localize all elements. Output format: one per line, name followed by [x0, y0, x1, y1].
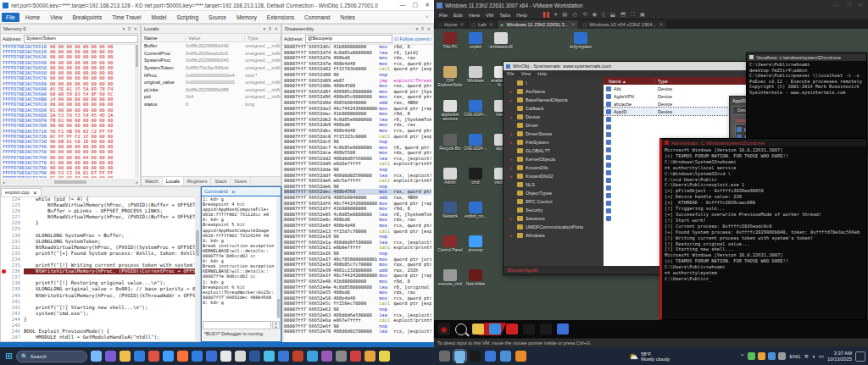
source-file-tab[interactable]: exploit.cpp ✕: [1, 188, 42, 196]
dock-tab[interactable]: Registers: [184, 177, 212, 185]
dock-tab[interactable]: Locals: [163, 177, 184, 185]
expand-arrow-icon[interactable]: ▸: [510, 131, 515, 136]
desktop-icon[interactable]: applocker services: [437, 100, 463, 134]
breakpoint-gutter[interactable]: [1, 286, 7, 292]
close-tab-icon[interactable]: ✕: [460, 22, 465, 27]
local-variable-row[interactable]: hProc 0x00000000000000e4 void *: [142, 71, 281, 79]
local-variable-row[interactable]: status 0 long: [142, 101, 281, 108]
winobj-menu-help[interactable]: Help: [537, 71, 547, 76]
menu-vm[interactable]: VM: [486, 12, 493, 18]
disasm-address-input[interactable]: @$scopeip: [305, 35, 392, 43]
winobj-menu-file[interactable]: File: [507, 71, 515, 76]
local-variable-row[interactable]: pLinks 0xffffc2029986b088 unsigned __int…: [142, 86, 281, 94]
desktop-icon-kcfg-bypass[interactable]: kcfg-bypass: [568, 32, 593, 49]
ribbon-tab[interactable]: Source: [204, 13, 231, 22]
weather-widget[interactable]: ⛅ 58°FMostly cloudy: [629, 351, 670, 362]
vm-tab[interactable]: ▢ Lab ✕: [468, 20, 496, 29]
desktop-icon[interactable]: Admin: [437, 168, 463, 202]
ribbon-tab[interactable]: Command: [300, 13, 334, 22]
memory-address-input[interactable]: SystemToken: [24, 35, 138, 43]
desktop-icon[interactable]: cmd: [463, 168, 488, 202]
winobj-tree-item[interactable]: ▸ \: [504, 79, 604, 87]
tray-icon[interactable]: [758, 352, 765, 360]
column-value[interactable]: Value: [186, 36, 245, 41]
vm-taskbar-icon[interactable]: [489, 324, 501, 335]
desktop-icon[interactable]: Recycle Bin: [437, 134, 463, 168]
minimize-button[interactable]: —: [833, 2, 839, 8]
source-code[interactable]: 224 while (pid != 4) { 225 NtReadVirtual…: [1, 196, 195, 341]
taskbar-app-icon[interactable]: [454, 351, 465, 362]
taskbar-app-icon[interactable]: [148, 351, 159, 362]
tray-icon[interactable]: [768, 352, 776, 360]
breakpoint-gutter[interactable]: [1, 305, 7, 311]
vm-tab[interactable]: ▢ Windows 10 x64 v23h2 1904... ✕: [579, 20, 666, 29]
breakpoint-gutter[interactable]: [1, 268, 7, 274]
breakpoint-gutter[interactable]: [1, 220, 7, 226]
taskbar-app-icon[interactable]: [177, 351, 188, 362]
tray-icon[interactable]: [778, 352, 786, 360]
taskbar-app-icon[interactable]: [307, 351, 318, 362]
breakpoint-gutter[interactable]: [1, 299, 7, 305]
dropdown-icon[interactable]: ▾: [264, 26, 266, 31]
column-name[interactable]: Name: [142, 36, 186, 41]
search-input[interactable]: 🔍 Search: [16, 351, 87, 362]
maximize-button[interactable]: ❐: [846, 2, 851, 8]
expand-arrow-icon[interactable]: ▸: [510, 114, 515, 119]
volume-icon[interactable]: ◖: [812, 353, 815, 359]
close-tab-icon[interactable]: ✕: [659, 22, 663, 27]
close-panel-icon[interactable]: ✕: [426, 26, 431, 31]
taskbar-app-icon[interactable]: [235, 351, 246, 362]
clock[interactable]: 3:37 AM10/13/2025: [827, 351, 852, 362]
console-view-button[interactable]: ⬒: [620, 11, 626, 18]
send-cad-button[interactable]: ▤: [562, 11, 567, 18]
unity-button[interactable]: ▣: [640, 11, 645, 18]
pause-vm-button[interactable]: ❚❚: [542, 11, 549, 18]
vm-screen[interactable]: This PC CFF ExplorerSuite applocker serv…: [434, 29, 868, 338]
ribbon-collapse-icon[interactable]: ˅: [426, 14, 429, 19]
memory-hscrollbar[interactable]: ◂▸: [2, 179, 139, 185]
taskbar-app-icon[interactable]: [350, 351, 361, 362]
winobj-tree-item[interactable]: ▸ Device: [504, 113, 604, 121]
expand-arrow-icon[interactable]: ▸: [510, 174, 515, 179]
ribbon-tab[interactable]: File: [2, 13, 19, 22]
breakpoint-gutter[interactable]: [1, 311, 7, 317]
breakpoint-gutter[interactable]: [1, 233, 7, 239]
local-variable-row[interactable]: SystemProc 0xffffc2029986b040 unsigned _…: [142, 57, 281, 64]
expand-arrow-icon[interactable]: ▸: [510, 216, 515, 221]
ribbon-tab[interactable]: Model: [147, 13, 170, 22]
memory-vscrollbar[interactable]: [135, 44, 139, 178]
breakpoint-gutter[interactable]: [1, 214, 7, 220]
ribbon-tab[interactable]: Extensions: [263, 13, 298, 22]
close-tab-icon[interactable]: ✕: [489, 22, 493, 27]
disassembly-listing[interactable]: 00007ff7`66652d6c41b808000000movr8d, 8 0…: [284, 44, 431, 335]
breakpoint-gutter[interactable]: [1, 226, 7, 232]
minimize-button[interactable]: —: [400, 2, 406, 8]
pin-icon[interactable]: ⊼: [127, 26, 131, 31]
winobj-tree-item[interactable]: ▸ Windows: [504, 231, 604, 240]
maximize-button[interactable]: ▢: [413, 2, 419, 8]
dropdown-icon[interactable]: ▾: [554, 11, 557, 18]
start-button[interactable]: ⊞: [5, 351, 13, 361]
breakpoint-gutter[interactable]: [1, 274, 7, 280]
desktop-icon[interactable]: Control Panel: [437, 235, 463, 269]
close-command-icon[interactable]: ✕: [231, 189, 236, 195]
vm-taskbar-icon[interactable]: [506, 324, 518, 335]
winobj-tree-item[interactable]: ▸ ObjectTypes: [504, 189, 604, 197]
close-button[interactable]: ✕: [425, 2, 430, 8]
winobj-tree-item[interactable]: ▸ ArcName: [504, 87, 604, 96]
winobj-tree-item[interactable]: ▸ KnownDlls: [504, 163, 604, 172]
column-type[interactable]: Type: [245, 36, 281, 41]
winobj-tree-item[interactable]: ▸ Callback: [504, 104, 604, 113]
winobj-tree-item[interactable]: ▸ UMDFCommunicationPorts: [504, 223, 604, 231]
vm-start-button[interactable]: ◉: [437, 323, 450, 335]
tray-chevron-icon[interactable]: ⌃: [740, 353, 744, 360]
vm-search-icon[interactable]: [455, 324, 467, 335]
wifi-icon[interactable]: ≋: [804, 353, 808, 360]
breakpoint-gutter[interactable]: [1, 263, 7, 268]
ribbon-tab[interactable]: Memory: [232, 13, 261, 22]
menu-tabs[interactable]: Tabs: [499, 12, 510, 18]
breakpoint-gutter[interactable]: [1, 280, 7, 286]
vm-taskbar-icon[interactable]: [472, 324, 484, 335]
vm-tab[interactable]: ⌂ Home ✕: [436, 20, 467, 29]
desktop-icon[interactable]: exploit_no...: [463, 202, 488, 235]
